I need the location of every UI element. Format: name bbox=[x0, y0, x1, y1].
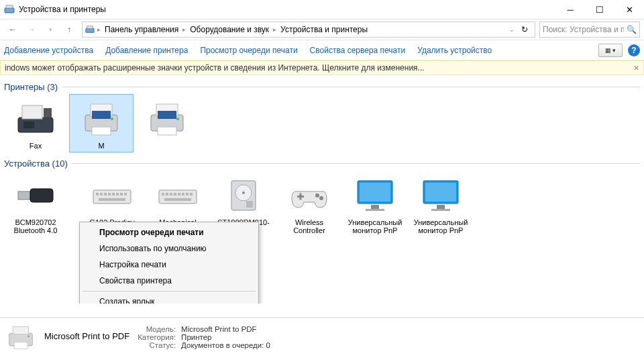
back-button[interactable]: ← bbox=[4, 21, 21, 38]
svg-point-42 bbox=[242, 191, 245, 194]
menu-view-queue[interactable]: Просмотр очереди печати bbox=[82, 224, 256, 240]
printer-icon bbox=[80, 99, 123, 139]
devices-icon bbox=[85, 25, 95, 34]
chevron-right-icon[interactable]: ▸ bbox=[182, 26, 186, 33]
refresh-button[interactable]: ↻ bbox=[517, 25, 532, 34]
svg-point-60 bbox=[28, 335, 30, 337]
remove-device-button[interactable]: Удалить устройство bbox=[417, 46, 492, 55]
svg-rect-18 bbox=[18, 191, 30, 199]
details-name: Microsoft Print to PDF bbox=[44, 331, 129, 341]
svg-rect-36 bbox=[182, 193, 184, 195]
device-item[interactable]: Wireless Controller bbox=[278, 171, 341, 236]
svg-rect-59 bbox=[14, 342, 28, 349]
device-item[interactable]: M bbox=[70, 95, 133, 152]
group-header-printers[interactable]: Принтеры (3) bbox=[0, 75, 644, 95]
menu-create-shortcut[interactable]: Создать ярлык bbox=[82, 294, 256, 304]
svg-rect-27 bbox=[120, 193, 123, 195]
content-area: Принтеры (3) FaxM Устройства (10) BCM920… bbox=[0, 75, 644, 304]
status-label: Статус: bbox=[138, 341, 176, 349]
device-item[interactable]: BCM920702 Bluetooth 4.0 bbox=[4, 171, 67, 236]
chevron-down-icon[interactable]: ⌄ bbox=[509, 26, 515, 33]
svg-rect-15 bbox=[158, 111, 176, 119]
divider bbox=[72, 163, 640, 164]
details-pane: Microsoft Print to PDF Модель: Microsoft… bbox=[0, 317, 644, 356]
svg-rect-24 bbox=[108, 193, 111, 195]
keyboard-icon bbox=[91, 175, 133, 216]
svg-rect-26 bbox=[116, 193, 119, 195]
device-item[interactable]: Универсальный монитор PnP bbox=[409, 171, 472, 236]
svg-rect-5 bbox=[22, 105, 42, 119]
device-item[interactable]: Универсальный монитор PnP bbox=[343, 171, 407, 236]
menu-set-default[interactable]: Использовать по умолчанию bbox=[82, 240, 256, 257]
svg-rect-49 bbox=[360, 183, 390, 202]
svg-rect-43 bbox=[246, 201, 253, 208]
search-input[interactable]: Поиск: Устройства и принте... 🔍 bbox=[539, 21, 640, 38]
help-button[interactable]: ? bbox=[628, 44, 640, 56]
monitor-icon bbox=[354, 175, 396, 216]
add-printer-button[interactable]: Добавление принтера bbox=[105, 46, 188, 55]
view-queue-button[interactable]: Просмотр очереди печати bbox=[200, 46, 297, 55]
details-text: Microsoft Print to PDF bbox=[44, 331, 129, 343]
window-title: Устройства и принтеры bbox=[19, 5, 106, 14]
breadcrumb[interactable]: ▸ Панель управления ▸ Оборудование и зву… bbox=[82, 21, 535, 38]
menu-printer-props[interactable]: Свойства принтера bbox=[82, 273, 256, 289]
svg-rect-23 bbox=[104, 193, 107, 195]
svg-rect-50 bbox=[371, 205, 379, 209]
device-label: BCM920702 Bluetooth 4.0 bbox=[5, 218, 66, 235]
server-props-button[interactable]: Свойства сервера печати bbox=[310, 46, 406, 55]
svg-rect-19 bbox=[30, 189, 53, 202]
svg-rect-11 bbox=[92, 127, 111, 135]
divider bbox=[62, 87, 640, 87]
svg-point-45 bbox=[319, 196, 323, 200]
model-value: Microsoft Print to PDF bbox=[181, 325, 270, 333]
menu-print-prefs[interactable]: Настройка печати bbox=[82, 257, 256, 273]
info-close-button[interactable]: ✕ bbox=[633, 64, 639, 73]
group-title: Принтеры (3) bbox=[4, 82, 58, 92]
recent-dropdown[interactable]: ▾ bbox=[42, 21, 59, 38]
fax-icon bbox=[14, 99, 57, 139]
chevron-right-icon[interactable]: ▸ bbox=[97, 26, 101, 33]
printers-list: FaxM bbox=[0, 95, 644, 152]
title-bar: Устройства и принтеры ─ ☐ ✕ bbox=[0, 0, 644, 19]
gamepad-icon bbox=[288, 175, 331, 216]
up-button[interactable]: ↑ bbox=[60, 21, 78, 38]
svg-rect-2 bbox=[86, 28, 94, 32]
breadcrumb-item[interactable]: Оборудование и звук bbox=[189, 24, 270, 36]
svg-rect-22 bbox=[100, 193, 103, 195]
group-header-devices[interactable]: Устройства (10) bbox=[0, 152, 644, 171]
window-controls: ─ ☐ ✕ bbox=[555, 0, 644, 19]
breadcrumb-item[interactable]: Панель управления bbox=[103, 24, 180, 36]
svg-rect-32 bbox=[166, 193, 168, 195]
command-bar: Добавление устройства Добавление принтер… bbox=[0, 40, 644, 60]
details-grid: Модель: Microsoft Print to PDF Категория… bbox=[138, 325, 270, 349]
search-placeholder: Поиск: Устройства и принте... bbox=[543, 25, 624, 34]
svg-rect-20 bbox=[93, 190, 131, 204]
category-value: Принтер bbox=[181, 333, 270, 341]
breadcrumb-item[interactable]: Устройства и принтеры bbox=[279, 24, 369, 36]
navigation-bar: ← → ▾ ↑ ▸ Панель управления ▸ Оборудован… bbox=[0, 19, 644, 40]
device-item[interactable]: Fax bbox=[4, 95, 67, 152]
minimize-button[interactable]: ─ bbox=[555, 0, 585, 19]
chevron-right-icon[interactable]: ▸ bbox=[273, 26, 276, 33]
view-options-button[interactable]: ▦ ▾ bbox=[598, 44, 623, 57]
svg-rect-47 bbox=[300, 193, 302, 199]
forward-button[interactable]: → bbox=[23, 21, 40, 38]
monitor-icon bbox=[419, 175, 462, 216]
maximize-button[interactable]: ☐ bbox=[585, 0, 614, 19]
svg-rect-1 bbox=[6, 5, 13, 8]
svg-rect-58 bbox=[13, 326, 29, 335]
svg-rect-21 bbox=[96, 193, 99, 195]
svg-rect-37 bbox=[186, 193, 189, 195]
category-label: Категория: bbox=[138, 333, 176, 341]
svg-point-17 bbox=[176, 118, 179, 120]
close-button[interactable]: ✕ bbox=[614, 0, 644, 19]
device-label: M bbox=[98, 142, 104, 150]
info-bar[interactable]: indows может отображать расширенные знач… bbox=[0, 60, 644, 75]
svg-rect-6 bbox=[44, 108, 52, 118]
context-menu: Просмотр очереди печати Использовать по … bbox=[79, 222, 259, 304]
device-item[interactable] bbox=[136, 95, 199, 152]
svg-rect-34 bbox=[174, 193, 176, 195]
svg-rect-55 bbox=[431, 209, 450, 211]
add-device-button[interactable]: Добавление устройства bbox=[4, 46, 93, 55]
devices-icon bbox=[4, 4, 15, 15]
